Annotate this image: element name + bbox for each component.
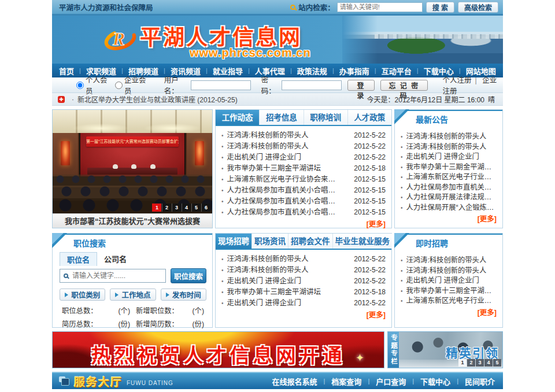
- news-item[interactable]: 人力社保局参加市直机关小合唱比赛 2012-5-15: [221, 196, 386, 207]
- site-search-input[interactable]: [337, 2, 423, 12]
- news-item[interactable]: 走出机关门 进得企业门 2012-5-22: [221, 152, 386, 163]
- news-title[interactable]: 汪鸿涛:科技创新的带头人: [221, 254, 309, 265]
- photo-page-button[interactable]: 6: [201, 204, 210, 212]
- site-logo-icon[interactable]: R: [102, 21, 139, 59]
- service-link[interactable]: 户口查询: [376, 376, 406, 387]
- instant-job-item[interactable]: 我市举办第十三期金平湖讲坛: [401, 286, 498, 297]
- special-page-button[interactable]: 3: [476, 359, 484, 367]
- job-search-tab[interactable]: 公司名: [97, 252, 134, 266]
- nav-item[interactable]: 政策法规: [297, 65, 327, 76]
- service-link[interactable]: 在线报名系统: [272, 376, 317, 387]
- password-field[interactable]: [282, 80, 342, 90]
- special-page-button[interactable]: 1: [458, 359, 467, 367]
- celebration-banner[interactable]: 热烈祝贺人才信息网开通: [52, 331, 384, 368]
- news-item[interactable]: 人力社保局参加市直机关小合唱比赛 2012-5-15: [221, 207, 386, 218]
- news-item[interactable]: 汪鸿涛:科技创新的带头人 2012-5-22: [221, 141, 386, 152]
- photo-page-button[interactable]: 5: [191, 204, 201, 212]
- member-type-input[interactable]: [76, 82, 84, 89]
- news-title[interactable]: 走出机关门 进得企业门: [221, 276, 301, 287]
- nav-item[interactable]: 互动平台: [382, 65, 412, 76]
- news-item[interactable]: 我市举办第十三期金平湖讲坛 2012-5-18: [221, 287, 386, 298]
- news-tab[interactable]: 招考信息: [260, 110, 304, 125]
- username-field[interactable]: [191, 80, 251, 90]
- news-title[interactable]: 汪鸿涛:科技创新的带头人: [221, 141, 309, 152]
- filter-dropdown-button[interactable]: 工作地点: [110, 289, 156, 301]
- special-page-button[interactable]: 2: [467, 359, 475, 367]
- news-title[interactable]: 走出机关门 进得企业门: [221, 152, 301, 163]
- announcement-item[interactable]: 汪鸿涛:科技创新的带头人: [401, 132, 498, 142]
- news-item[interactable]: 我市举办第十三期金平湖讲坛 2012-5-18: [221, 163, 386, 174]
- special-column-banner[interactable]: 专题专栏 精英引领 1 2 3 4 5: [387, 331, 503, 368]
- site-url[interactable]: www.phrcsc.com.cn: [190, 46, 311, 60]
- filter-dropdown-button[interactable]: 发布时间: [161, 289, 206, 301]
- news-item[interactable]: 汪鸿涛:科技创新的带头人 2012-5-22: [221, 265, 386, 276]
- more-link[interactable]: [更多]: [367, 220, 386, 228]
- news-title[interactable]: 人力社保局参加市直机关小合唱比赛: [221, 207, 339, 218]
- news-title[interactable]: 上海浦东新区光电子行业协会来平考察: [221, 174, 339, 185]
- nav-item[interactable]: 就业指导: [213, 65, 243, 76]
- news-title[interactable]: 汪鸿涛:科技创新的带头人: [221, 265, 309, 276]
- ticker-news-link[interactable]: 新北区举办大学生创业与就业政策讲座 (2012-05-25): [77, 94, 238, 104]
- photo-page-button[interactable]: 1: [152, 204, 161, 212]
- announcement-item[interactable]: 汪鸿涛:科技创新的带头人: [401, 142, 498, 153]
- job-search-tab[interactable]: 职位名: [60, 252, 97, 266]
- news-title[interactable]: 汪鸿涛:科技创新的带头人: [221, 130, 309, 141]
- service-link[interactable]: 下载中心: [420, 376, 450, 387]
- news-tab[interactable]: 现场招聘: [216, 234, 252, 249]
- news-tab[interactable]: 职场资讯: [252, 234, 288, 249]
- nav-item[interactable]: 办事指南: [339, 65, 369, 76]
- news-tab[interactable]: 人才政策: [348, 110, 391, 125]
- more-link[interactable]: [更多]: [478, 215, 497, 223]
- news-title[interactable]: 我市举办第十三期金平湖讲坛: [221, 163, 321, 174]
- photo-slideshow[interactable]: 第一届“江苏技能状元”大赛常州选拔赛动员部署会扩大会议 1 2 3: [52, 109, 213, 228]
- keyword-input[interactable]: [72, 272, 162, 280]
- news-tab[interactable]: 工作动态: [216, 110, 260, 125]
- news-tab[interactable]: 职称培训: [304, 110, 348, 125]
- news-item[interactable]: 人力社保局参加市直机关小合唱比赛 2012-5-15: [221, 185, 386, 196]
- instant-job-item[interactable]: 上海浦东新区光电子行业协会来平考: [401, 296, 498, 306]
- news-tab[interactable]: 招聘会文件: [288, 234, 333, 249]
- special-page-button[interactable]: 4: [484, 359, 493, 367]
- conference-photo[interactable]: 第一届“江苏技能状元”大赛常州选拔赛动员部署会扩大会议 1 2 3: [53, 110, 212, 213]
- announcement-item[interactable]: 人力社保局开展“入企锻炼提素质”: [401, 203, 498, 213]
- photo-caption-link[interactable]: 我市部署“江苏技能状元”大赛常州选拔赛: [53, 213, 212, 228]
- service-link[interactable]: 档案查询: [331, 376, 361, 387]
- photo-page-button[interactable]: 3: [172, 204, 181, 212]
- announcement-item[interactable]: 人力社保局参加市直机关小合唱比赛: [401, 183, 498, 193]
- nav-item[interactable]: 首页: [59, 65, 74, 76]
- news-item[interactable]: 上海浦东新区光电子行业协会来平考察 2012-5-15: [221, 174, 386, 185]
- instant-job-item[interactable]: 汪鸿涛:科技创新的带头人: [401, 266, 498, 276]
- instant-job-item[interactable]: 汪鸿涛:科技创新的带头人: [401, 256, 498, 266]
- announcement-item[interactable]: 我市举办第十三期金平湖讲坛: [401, 162, 498, 173]
- service-link[interactable]: 民间职介: [465, 376, 495, 387]
- news-title[interactable]: 人力社保局参加市直机关小合唱比赛: [221, 185, 339, 196]
- login-button[interactable]: 登 录: [347, 80, 375, 91]
- forgot-password-button[interactable]: 忘 记 密 码: [380, 80, 427, 91]
- stat-label: 职位总数：: [62, 305, 98, 316]
- job-search-button[interactable]: 职位搜索: [171, 268, 206, 283]
- news-title[interactable]: 我市举办第十三期金平湖讲坛: [221, 287, 321, 298]
- news-item[interactable]: 汪鸿涛:科技创新的带头人 2012-5-22: [221, 254, 386, 265]
- member-type-input[interactable]: [115, 82, 123, 89]
- news-tab[interactable]: 毕业生就业服务: [333, 234, 393, 249]
- photo-page-button[interactable]: 4: [182, 204, 191, 212]
- special-page-button[interactable]: 5: [493, 359, 501, 367]
- advanced-search-button[interactable]: 高级检索: [458, 2, 498, 13]
- news-title[interactable]: 走出机关门 进得企业门: [221, 298, 301, 309]
- instant-job-item[interactable]: 走出机关门 进得企业门: [401, 276, 498, 286]
- news-item[interactable]: 汪鸿涛:科技创新的带头人 2012-5-22: [221, 130, 386, 141]
- announcement-item[interactable]: 人力社保局开展法律法规巡回培训: [401, 193, 498, 203]
- news-title[interactable]: 人力社保局参加市直机关小合唱比赛: [221, 196, 339, 207]
- announcement-item[interactable]: 上海浦东新区光电子行业协会来平考: [401, 172, 498, 183]
- register-link[interactable]: 个人注册: [443, 76, 472, 84]
- photo-page-button[interactable]: 2: [162, 204, 171, 212]
- news-item[interactable]: 走出机关门 进得企业门 2012-5-22: [221, 298, 386, 309]
- news-item[interactable]: 走出机关门 进得企业门 2012-5-22: [221, 276, 386, 287]
- announcement-item[interactable]: 走出机关门 进得企业门: [401, 152, 498, 162]
- site-search-button[interactable]: 搜 索: [426, 2, 454, 13]
- more-link[interactable]: [更多]: [478, 309, 497, 317]
- more-link[interactable]: [更多]: [367, 311, 386, 319]
- filter-dropdown-button[interactable]: 职位类别: [60, 289, 105, 301]
- member-type-radio[interactable]: 个人会员: [76, 74, 109, 96]
- member-type-radio[interactable]: 企业会员: [115, 74, 148, 96]
